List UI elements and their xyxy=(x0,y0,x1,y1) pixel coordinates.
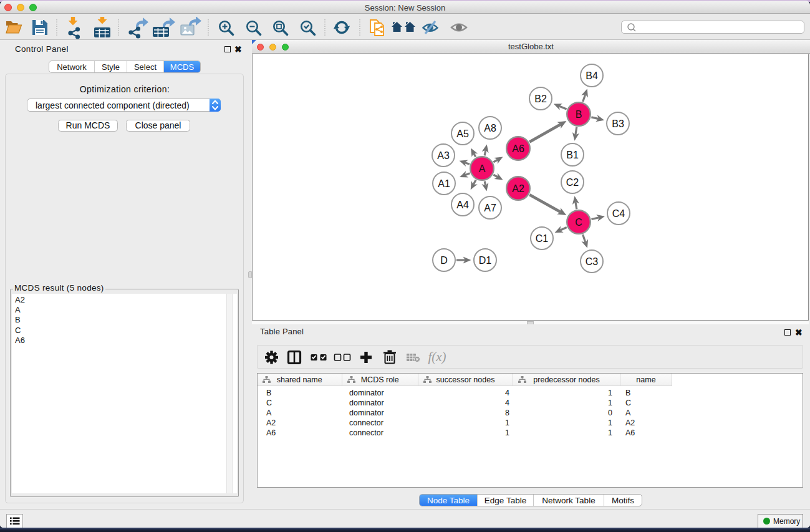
svg-text:D: D xyxy=(440,255,448,266)
svg-text:f(x): f(x) xyxy=(428,349,446,364)
svg-text:C2: C2 xyxy=(566,177,579,188)
svg-text:A7: A7 xyxy=(484,203,496,213)
svg-text:A8: A8 xyxy=(484,123,496,133)
svg-text:B3: B3 xyxy=(612,118,624,129)
svg-text:D1: D1 xyxy=(479,255,492,266)
svg-text:A1: A1 xyxy=(438,178,450,189)
svg-text:C: C xyxy=(575,217,582,228)
svg-text:A2: A2 xyxy=(512,183,524,194)
svg-text:A: A xyxy=(479,163,486,174)
svg-text:A5: A5 xyxy=(456,128,469,139)
svg-text:A4: A4 xyxy=(456,200,469,210)
svg-text:C1: C1 xyxy=(536,233,549,244)
svg-text:C4: C4 xyxy=(612,208,625,219)
svg-text:A6: A6 xyxy=(512,143,524,154)
svg-text:B2: B2 xyxy=(534,94,547,104)
svg-text:A3: A3 xyxy=(437,150,450,161)
svg-text:B: B xyxy=(576,109,582,120)
svg-text:C3: C3 xyxy=(586,256,599,267)
svg-text:B1: B1 xyxy=(566,150,579,160)
svg-text:B4: B4 xyxy=(586,70,598,81)
